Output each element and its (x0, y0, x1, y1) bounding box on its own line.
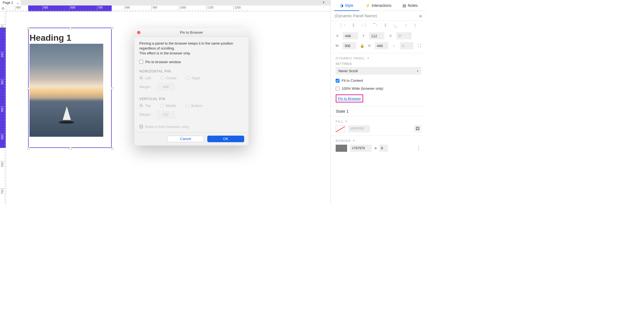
vertical-ruler[interactable]: 200300400500100600700 (0, 11, 6, 205)
canvas[interactable]: Heading 1 Pin to Browser Pinning a panel… (6, 11, 330, 205)
page-tab[interactable]: Page 1 × (0, 0, 21, 5)
notes-icon: ▤ (403, 3, 406, 8)
tab-style[interactable]: ◑Style (331, 0, 362, 11)
cancel-button[interactable]: Cancel (167, 136, 204, 142)
expand-corners-icon[interactable]: ⛶ (417, 44, 421, 48)
ok-button[interactable]: OK (207, 136, 244, 142)
widget-name-field[interactable]: (Dynamic Panel Name) (335, 13, 377, 18)
pin-checkbox-input[interactable] (139, 60, 143, 64)
wide-100-checkbox[interactable]: 100% Wide (browser only) (336, 86, 421, 91)
alignment-toolbar: ▏▪ ╋ ▪▕ ▔▪ ╋ ▪▁ ≡ ∥ (331, 21, 426, 30)
more-options-icon[interactable]: ⋮ (416, 145, 421, 151)
align-bottom-icon[interactable]: ▪▁ (393, 23, 398, 27)
border-color-swatch[interactable] (336, 145, 347, 152)
align-center-h-icon[interactable]: ╋ (352, 23, 355, 27)
settings-label: SETTINGS (336, 62, 421, 65)
dialog-titlebar[interactable]: Pin to Browser (134, 28, 249, 37)
ruler-origin[interactable] (0, 5, 6, 11)
horizontal-pin-header: HORIZONTAL PIN (139, 69, 244, 73)
lightning-icon: ⚡ (365, 3, 370, 8)
pin-left-radio[interactable]: Left (139, 76, 151, 80)
fill-hex-field[interactable]: #FFFFFF (348, 125, 370, 132)
border-hex-field[interactable]: #797979 (350, 145, 372, 152)
resize-handle[interactable] (69, 147, 72, 150)
keep-in-front-checkbox[interactable]: Keep in front (browser only) (139, 125, 244, 129)
page-tab-label: Page 1 (3, 1, 13, 5)
v-margin-value[interactable]: 112 (157, 111, 174, 118)
chevron-down-icon[interactable]: ▼ (322, 1, 325, 4)
corner-radius-icon: ⌐ (392, 44, 396, 48)
pin-middle-radio[interactable]: Middle (160, 104, 176, 108)
pin-to-browser-link[interactable]: Pin to Browser (338, 97, 361, 101)
align-middle-v-icon[interactable]: ╋ (384, 23, 386, 27)
image-fill-button[interactable]: 🖼 (414, 125, 421, 132)
resize-handle[interactable] (28, 27, 30, 29)
resize-handle[interactable] (111, 87, 113, 89)
pin-bottom-radio[interactable]: Bottom (185, 104, 202, 108)
scroll-select[interactable]: Never Scroll▾ (336, 67, 421, 75)
resize-handle[interactable] (28, 147, 30, 150)
border-header[interactable]: BORDER▼ (336, 139, 421, 142)
heading-widget[interactable]: Heading 1 (29, 33, 71, 43)
tab-notes[interactable]: ▤Notes (394, 0, 426, 11)
resize-handle[interactable] (111, 147, 113, 150)
style-icon: ◑ (340, 3, 343, 8)
width-field[interactable]: 306 (342, 42, 356, 49)
x-field[interactable]: 448 (343, 32, 358, 39)
pin-to-browser-dialog: Pin to Browser Pinning a panel to the br… (134, 28, 249, 145)
pin-to-browser-highlight: Pin to Browser (336, 94, 363, 103)
visibility-icon[interactable]: ◉ (419, 14, 422, 18)
align-right-icon[interactable]: ▪▕ (361, 23, 366, 27)
chevron-down-icon: ▼ (367, 57, 370, 60)
resize-handle[interactable] (69, 27, 72, 29)
chevron-down-icon: ▼ (345, 120, 348, 123)
y-field[interactable]: 112 (369, 32, 384, 39)
vertical-pin-header: VERTICAL PIN (139, 97, 244, 101)
radius-field[interactable]: 0 (400, 42, 413, 49)
inspector-panel: ◑Style ⚡Interactions ▤Notes (Dynamic Pan… (330, 0, 426, 205)
height-field[interactable]: 440 (375, 42, 388, 49)
dialog-title: Pin to Browser (180, 30, 203, 34)
vertical-pin-options: Top Middle Bottom (139, 104, 244, 108)
h-margin-value[interactable]: 448 (157, 83, 174, 91)
keep-front-input[interactable] (139, 125, 143, 129)
rotation-field[interactable]: 0° (396, 32, 412, 39)
chevron-down-icon: ▾ (417, 69, 418, 72)
tab-interactions[interactable]: ⚡Interactions (362, 0, 394, 11)
h-margin-label: Margin: (139, 85, 153, 89)
lock-aspect-icon[interactable]: 🔒 (360, 44, 364, 48)
rotate-icon[interactable]: ⟲ (388, 34, 392, 38)
horizontal-pin-options: Left Center Right (139, 76, 244, 80)
border-width-field[interactable]: 0 (379, 145, 388, 152)
editor-canvas-area: 500600700400800900100011001200 200300400… (0, 5, 330, 205)
fill-color-swatch[interactable] (336, 125, 345, 132)
pin-right-radio[interactable]: Right (186, 76, 200, 80)
state-header[interactable]: State 1 (331, 106, 426, 116)
dialog-description: Pinning a panel to the browser keeps it … (139, 41, 244, 56)
distribute-v-icon[interactable]: ∥ (414, 23, 416, 27)
align-left-icon[interactable]: ▏▪ (341, 23, 345, 27)
pin-center-radio[interactable]: Center (160, 76, 177, 80)
align-top-icon[interactable]: ▔▪ (373, 23, 377, 27)
pin-to-window-checkbox[interactable]: Pin to browser window (139, 60, 244, 64)
chevron-down-icon: ▼ (353, 139, 355, 142)
inspector-tabs: ◑Style ⚡Interactions ▤Notes (331, 0, 426, 11)
distribute-h-icon[interactable]: ≡ (405, 23, 407, 27)
border-width-icon: ≡ (374, 146, 377, 150)
dynamic-panel-header[interactable]: DYNAMIC PANEL▼ (336, 57, 421, 60)
pin-top-radio[interactable]: Top (139, 104, 151, 108)
close-window-icon[interactable] (137, 31, 140, 34)
resize-handle[interactable] (111, 27, 113, 29)
image-widget[interactable] (29, 44, 103, 137)
horizontal-ruler[interactable]: 500600700400800900100011001200 (6, 5, 330, 11)
fill-header[interactable]: FILL▼ (336, 120, 421, 123)
fit-to-content-checkbox[interactable]: Fit to Content (336, 78, 421, 83)
v-margin-label: Margin: (139, 112, 153, 116)
window-controls (137, 31, 140, 34)
